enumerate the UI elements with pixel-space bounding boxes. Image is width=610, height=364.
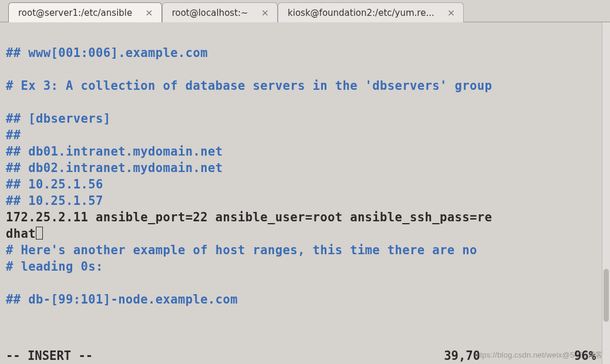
editor-line: ## db02.intranet.mydomain.net <box>6 161 223 175</box>
editor-line: 172.25.2.11 ansible_port=22 ansible_user… <box>6 210 492 224</box>
editor-line: ## <box>6 128 28 142</box>
terminal-content[interactable]: ## www[001:006].example.com # Ex 3: A co… <box>0 22 610 311</box>
editor-line-wrap: dhat <box>6 227 43 241</box>
editor-line: ## 10.25.1.57 <box>6 194 103 208</box>
tab-label: root@localhost:~ <box>172 8 248 18</box>
close-icon[interactable]: × <box>259 7 271 18</box>
close-icon[interactable]: × <box>143 7 155 18</box>
tab-label: kiosk@foundation2:/etc/yum.re... <box>288 8 434 18</box>
scrollbar[interactable] <box>602 22 610 364</box>
tab-bar: root@server1:/etc/ansible × root@localho… <box>0 0 610 22</box>
tab-terminal-1[interactable]: root@server1:/etc/ansible × <box>8 2 162 22</box>
editor-line: ## db-[99:101]-node.example.com <box>6 292 238 306</box>
text-cursor <box>36 227 43 240</box>
watermark-text: https://blog.csdn.net/weix@5455博客 <box>473 350 603 360</box>
scrollbar-thumb[interactable] <box>604 269 609 322</box>
tab-label: root@server1:/etc/ansible <box>18 8 132 18</box>
editor-line: # leading 0s: <box>6 259 103 274</box>
editor-line: ## db01.intranet.mydomain.net <box>6 144 223 159</box>
editor-line: # Ex 3: A collection of database servers… <box>6 79 492 93</box>
editor-line: ## [dbservers] <box>6 112 110 126</box>
editor-line: # Here's another example of host ranges,… <box>6 243 485 257</box>
tab-terminal-2[interactable]: root@localhost:~ × <box>162 2 278 22</box>
vim-mode: -- INSERT -- <box>6 349 93 363</box>
editor-line: ## 10.25.1.56 <box>6 177 103 191</box>
close-icon[interactable]: × <box>445 7 457 18</box>
editor-line: ## www[001:006].example.com <box>6 46 208 60</box>
tab-terminal-3[interactable]: kiosk@foundation2:/etc/yum.re... × <box>278 2 464 22</box>
